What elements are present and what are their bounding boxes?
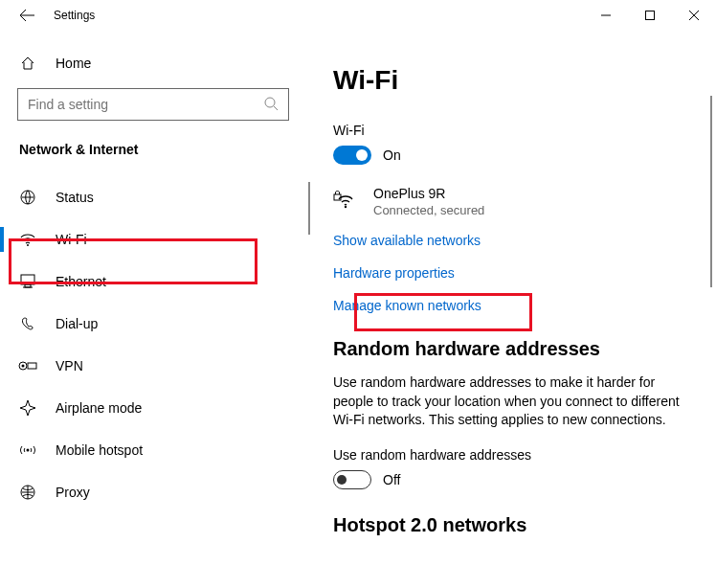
network-status: Connected, secured (373, 203, 484, 217)
svg-rect-6 (28, 363, 36, 369)
hotspot-heading: Hotspot 2.0 networks (333, 514, 689, 536)
random-hw-toggle-label: Use random hardware addresses (333, 447, 689, 463)
sidebar-item-airplane[interactable]: Airplane mode (0, 387, 306, 429)
maximize-button[interactable] (628, 0, 672, 31)
content-scrollbar[interactable] (710, 96, 712, 287)
random-hw-toggle[interactable] (333, 470, 371, 489)
svg-point-11 (345, 206, 347, 208)
hardware-properties-link[interactable]: Hardware properties (333, 265, 689, 281)
home-link[interactable]: Home (17, 48, 289, 79)
wifi-toggle-state: On (383, 147, 401, 163)
wifi-label: Wi-Fi (333, 123, 689, 138)
network-name: OnePlus 9R (373, 186, 484, 201)
sidebar-item-label: VPN (56, 358, 83, 373)
sidebar-item-label: Proxy (56, 485, 90, 500)
svg-rect-0 (646, 11, 655, 20)
hotspot-icon (17, 441, 38, 459)
back-button[interactable] (17, 6, 36, 25)
random-hw-heading: Random hardware addresses (333, 338, 689, 360)
manage-known-networks-link[interactable]: Manage known networks (333, 298, 689, 313)
wifi-toggle[interactable] (333, 146, 371, 165)
home-label: Home (56, 56, 91, 71)
search-input[interactable] (28, 97, 263, 112)
search-icon (263, 96, 279, 114)
sidebar-item-hotspot[interactable]: Mobile hotspot (0, 429, 306, 471)
random-hw-toggle-state: Off (383, 472, 400, 487)
sidebar-item-vpn[interactable]: VPN (0, 345, 306, 387)
ethernet-icon (17, 273, 38, 290)
sidebar-item-dialup[interactable]: Dial-up (0, 303, 306, 345)
page-title: Wi-Fi (333, 65, 689, 96)
minimize-button[interactable] (584, 0, 628, 31)
dialup-icon (17, 315, 38, 332)
airplane-icon (17, 399, 38, 417)
search-box[interactable] (17, 88, 289, 121)
svg-rect-4 (21, 275, 34, 284)
window-title: Settings (54, 9, 95, 22)
sidebar-scrollbar[interactable] (308, 182, 310, 235)
close-button[interactable] (672, 0, 716, 31)
category-title: Network & Internet (17, 142, 289, 157)
wifi-secured-icon (333, 188, 358, 214)
sidebar-item-proxy[interactable]: Proxy (0, 471, 306, 513)
proxy-icon (17, 484, 38, 501)
svg-point-9 (27, 449, 30, 452)
svg-point-1 (265, 98, 275, 107)
sidebar-item-label: Mobile hotspot (56, 442, 143, 458)
sidebar-item-label: Status (56, 190, 94, 205)
svg-point-8 (22, 365, 25, 368)
sidebar-item-label: Wi-Fi (56, 232, 87, 247)
home-icon (17, 56, 38, 71)
sidebar-item-ethernet[interactable]: Ethernet (0, 260, 306, 303)
sidebar-item-label: Ethernet (56, 274, 106, 289)
sidebar-item-status[interactable]: Status (0, 176, 306, 218)
show-available-networks-link[interactable]: Show available networks (333, 233, 689, 248)
sidebar-item-label: Airplane mode (56, 400, 142, 416)
random-hw-desc: Use random hardware addresses to make it… (333, 373, 689, 430)
wifi-icon (17, 231, 38, 248)
current-network[interactable]: OnePlus 9R Connected, secured (333, 186, 689, 217)
svg-point-3 (27, 244, 29, 246)
sidebar: Home Network & Internet Status Wi-Fi (0, 31, 306, 588)
sidebar-item-label: Dial-up (56, 316, 98, 331)
svg-rect-12 (334, 194, 341, 200)
content-pane: Wi-Fi Wi-Fi On OnePlus 9R Connected, sec… (306, 31, 716, 588)
sidebar-item-wifi[interactable]: Wi-Fi (0, 218, 306, 260)
vpn-icon (17, 359, 38, 373)
status-icon (17, 189, 38, 206)
